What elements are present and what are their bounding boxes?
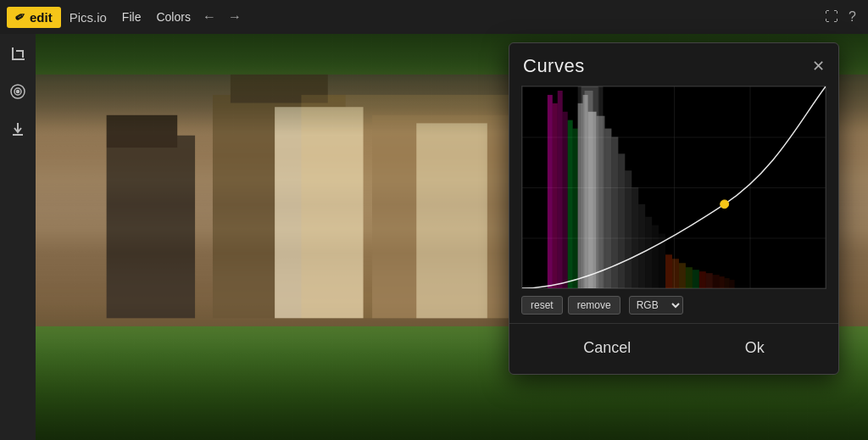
svg-rect-29 (672, 259, 679, 288)
curves-dialog: Curves ✕ (509, 42, 839, 375)
svg-rect-28 (665, 254, 672, 288)
cancel-button[interactable]: Cancel (566, 336, 648, 360)
remove-button[interactable]: remove (568, 296, 620, 315)
curves-title: Curves (523, 55, 585, 77)
svg-rect-21 (618, 153, 625, 288)
fullscreen-button[interactable]: ⛶ (825, 9, 838, 25)
pencil-icon: ✏ (13, 8, 28, 25)
svg-rect-19 (604, 129, 611, 288)
svg-point-42 (721, 200, 729, 209)
svg-rect-22 (625, 170, 632, 288)
curves-header: Curves ✕ (509, 43, 838, 86)
svg-rect-34 (706, 273, 713, 288)
adjust-icon[interactable] (6, 80, 30, 103)
site-name: Pics.io (70, 10, 107, 25)
svg-rect-9 (548, 95, 553, 288)
svg-rect-31 (686, 267, 693, 288)
svg-point-2 (17, 91, 19, 93)
svg-rect-14 (573, 129, 578, 288)
curves-close-button[interactable]: ✕ (812, 58, 825, 74)
logo-text: edit (30, 10, 53, 25)
nav-file[interactable]: File (122, 10, 142, 24)
sidebar (0, 34, 36, 440)
nav-forward-button[interactable]: → (228, 9, 242, 25)
svg-rect-32 (693, 270, 699, 288)
svg-rect-11 (558, 91, 563, 288)
svg-rect-24 (638, 204, 645, 288)
reset-button[interactable]: reset (521, 296, 563, 315)
svg-rect-23 (632, 187, 638, 288)
logo-badge[interactable]: ✏ edit (7, 7, 61, 28)
svg-rect-13 (568, 120, 573, 288)
svg-rect-33 (699, 271, 706, 288)
curve-area[interactable] (521, 86, 826, 289)
top-bar: ✏ edit Pics.io File Colors ← → ⛶ ? (0, 0, 868, 34)
svg-rect-41 (585, 91, 593, 288)
curve-chart[interactable] (522, 86, 826, 288)
svg-rect-38 (730, 280, 735, 288)
help-button[interactable]: ? (849, 9, 856, 25)
topbar-right: ⛶ ? (825, 9, 868, 25)
ok-button[interactable]: Ok (728, 336, 782, 360)
svg-rect-30 (679, 263, 686, 288)
curves-footer: Cancel Ok (509, 323, 838, 374)
svg-rect-37 (725, 278, 730, 288)
svg-rect-36 (720, 276, 725, 288)
curve-controls: reset remove RGB Red Green Blue (509, 289, 838, 320)
svg-rect-12 (563, 112, 568, 288)
svg-rect-26 (652, 226, 659, 288)
download-icon[interactable] (6, 117, 30, 141)
svg-rect-10 (553, 103, 558, 288)
channel-select[interactable]: RGB Red Green Blue (629, 296, 683, 315)
nav-colors[interactable]: Colors (156, 10, 190, 24)
svg-rect-25 (645, 217, 652, 288)
nav-back-button[interactable]: ← (203, 9, 216, 25)
crop-icon[interactable] (6, 42, 30, 66)
svg-rect-35 (713, 275, 720, 288)
